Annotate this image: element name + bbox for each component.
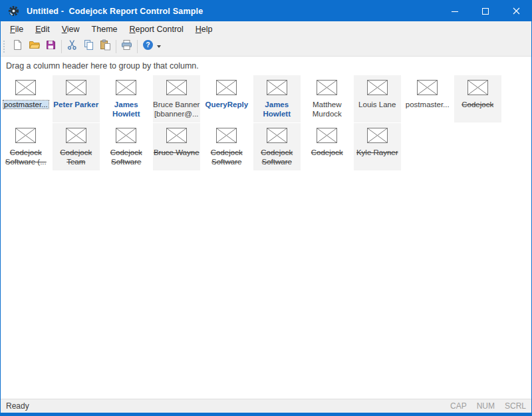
toolbar-separator [116,40,116,53]
envelope-icon [417,80,438,95]
envelope-icon [267,128,287,143]
mail-item[interactable]: Kyle Rayner [354,123,402,170]
toolbar-separator [137,40,138,53]
menu-bar: FileEditViewThemeReport ControlHelp [1,21,531,37]
envelope-icon [216,80,237,95]
envelope-icon [317,128,337,143]
save-icon [45,39,57,53]
envelope-icon [166,80,187,95]
help-button[interactable]: ? [140,39,156,55]
mail-item-label: Bruce Wayne [154,148,200,157]
help-icon: ? [142,39,154,53]
mail-item-label: Codejock Team [53,148,100,166]
mail-item-label: Codejock [462,100,493,109]
mail-item-label: Codejock Software (... [2,148,50,166]
envelope-icon [116,80,136,95]
save-button[interactable] [43,39,59,55]
mail-item[interactable]: Peter Parker [53,75,100,122]
status-message: Ready [6,401,29,411]
print-icon [121,39,132,53]
group-by-hint-text: Drag a column header here to group by th… [6,61,199,71]
minimize-button[interactable] [440,1,470,21]
envelope-icon [116,128,136,143]
envelope-icon [267,80,287,95]
mail-item[interactable]: QueryReply [203,75,251,122]
envelope-icon [317,80,337,95]
copy-button[interactable] [80,39,97,55]
mail-item[interactable]: postmaster... [2,75,50,122]
menu-file[interactable]: File [4,23,29,36]
cut-icon [66,39,78,53]
mail-item-label: Peter Parker [53,100,98,109]
window-controls [440,1,531,21]
envelope-icon [15,128,36,143]
copy-icon [83,39,94,53]
envelope-icon [15,80,36,95]
mail-item[interactable]: Louis Lane [354,75,402,122]
open-folder-button[interactable] [26,39,43,55]
mail-item[interactable]: Codejock Software [102,123,150,170]
print-button[interactable] [118,39,135,55]
mail-item[interactable]: Bruce Wayne [153,123,201,170]
mail-item[interactable]: Codejock Software (... [2,123,50,170]
mail-item[interactable]: Codejock Software [253,123,301,170]
mail-item-label: Matthew Murdock [303,100,351,118]
menu-report-control[interactable]: Report Control [124,23,190,36]
toolbar: ? [1,37,531,57]
app-window: Untitled - Codejock Report Control Sampl… [0,0,532,416]
menu-edit[interactable]: Edit [29,23,56,36]
mail-item[interactable]: Codejock [303,123,351,170]
mail-item[interactable]: Codejock Software [203,123,251,170]
mail-item[interactable]: Bruce Banner [bbanner@... [153,75,201,122]
menu-theme[interactable]: Theme [86,23,124,36]
report-item-grid: postmaster...Peter ParkerJames HowlettBr… [1,75,531,399]
mail-item[interactable]: postmaster... [404,75,452,122]
envelope-icon [367,128,388,143]
menu-view[interactable]: View [56,23,86,36]
mail-item-label: James Howlett [253,100,301,118]
svg-text:?: ? [146,41,150,49]
mail-item-label: Louis Lane [358,100,396,109]
menu-help[interactable]: Help [190,23,219,36]
status-bar: Ready CAPNUMSCRL [1,399,531,413]
envelope-icon [216,128,237,143]
toolbar-grip-handle[interactable] [3,41,7,53]
mail-item[interactable]: Codejock [454,75,502,122]
cut-button[interactable] [64,39,80,55]
mail-item-label: Codejock Software [253,148,301,166]
mail-item-label: Codejock Software [203,148,251,166]
grid-row: Codejock Software (...Codejock TeamCodej… [2,123,531,170]
envelope-icon [467,80,488,95]
mail-item[interactable]: James Howlett [102,75,150,122]
window-title: Untitled - Codejock Report Control Sampl… [27,7,203,16]
mail-item-label: QueryReply [205,100,248,109]
mail-item-label: James Howlett [102,100,150,118]
mail-item[interactable]: Codejock Team [53,123,100,170]
mail-item-label: Kyle Rayner [356,148,398,157]
toolbar-separator [61,40,62,53]
mail-item-label: Bruce Banner [bbanner@... [153,100,201,118]
grid-row: postmaster...Peter ParkerJames HowlettBr… [2,75,531,122]
envelope-icon [166,128,187,143]
status-indicators: CAPNUMSCRL [450,401,526,411]
close-button[interactable] [501,1,531,21]
mail-item[interactable]: Matthew Murdock [303,75,351,122]
mail-item[interactable]: James Howlett [253,75,301,122]
open-folder-icon [29,39,40,53]
window-bottom-border [1,413,531,415]
codejock-gear-icon [8,5,19,17]
mail-item-label: Codejock Software [102,148,150,166]
paste-button[interactable] [97,39,114,55]
paste-icon [100,39,111,53]
mail-item-label: postmaster... [3,100,49,109]
new-document-button[interactable] [9,39,26,55]
mail-item-label: postmaster... [406,100,450,109]
title-bar: Untitled - Codejock Report Control Sampl… [1,1,531,21]
dropdown-arrow-icon[interactable] [157,45,161,48]
maximize-button[interactable] [470,1,501,21]
status-indicator-num: NUM [477,401,495,411]
status-indicator-cap: CAP [450,401,467,411]
status-indicator-scrl: SCRL [505,401,526,411]
group-by-box[interactable]: Drag a column header here to group by th… [1,57,531,75]
new-document-icon [12,39,23,53]
